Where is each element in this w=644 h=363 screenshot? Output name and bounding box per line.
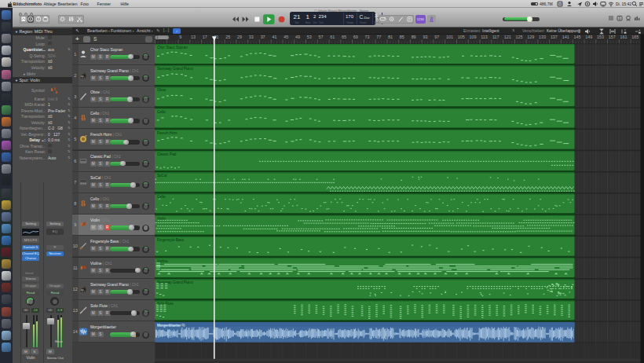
svg-text:9: 9 xyxy=(179,35,181,39)
svg-text:101: 101 xyxy=(446,35,453,39)
svg-text:29: 29 xyxy=(237,35,242,39)
svg-text:153: 153 xyxy=(597,35,604,39)
svg-text:?: ? xyxy=(37,17,39,21)
svg-text:77: 77 xyxy=(376,35,381,39)
svg-text:137: 137 xyxy=(551,35,558,39)
svg-text:149: 149 xyxy=(585,35,592,39)
svg-text:Chor Stacc Sopran: Chor Stacc Sopran xyxy=(157,46,188,50)
svg-text:113: 113 xyxy=(481,35,488,39)
svg-text:33: 33 xyxy=(249,35,254,39)
svg-text:105: 105 xyxy=(458,35,465,39)
svg-text:165: 165 xyxy=(631,35,639,39)
svg-text:145: 145 xyxy=(573,35,580,39)
svg-text:125: 125 xyxy=(516,35,523,39)
svg-text:13: 13 xyxy=(191,35,196,39)
svg-text:141: 141 xyxy=(562,35,569,39)
svg-text:81: 81 xyxy=(388,35,393,39)
svg-text:Violine: Violine xyxy=(157,259,168,263)
svg-text:Cello: Cello xyxy=(157,110,166,114)
svg-text:Classic Pad: Classic Pad xyxy=(157,152,177,156)
svg-text:45: 45 xyxy=(284,35,288,39)
svg-text:93: 93 xyxy=(423,35,427,39)
svg-text:41: 41 xyxy=(272,35,276,39)
svg-text:85: 85 xyxy=(400,35,404,39)
svg-text:SoCal: SoCal xyxy=(157,174,167,178)
svg-text:Morgenblaetter ①: Morgenblaetter ① xyxy=(157,323,185,327)
svg-text:M: M xyxy=(558,2,562,6)
svg-text:161: 161 xyxy=(620,35,628,39)
svg-text:Oboe: Oboe xyxy=(157,88,166,92)
svg-text:61: 61 xyxy=(330,35,335,39)
svg-text:French Horn: French Horn xyxy=(157,131,177,135)
svg-text:17: 17 xyxy=(203,35,207,39)
svg-text:57: 57 xyxy=(318,35,323,39)
svg-text:49: 49 xyxy=(295,35,300,39)
svg-text:Violin: Violin xyxy=(157,217,166,221)
svg-text:Steinway Grand Piano: Steinway Grand Piano xyxy=(157,67,193,71)
svg-text:133: 133 xyxy=(539,35,546,39)
svg-text:129: 129 xyxy=(527,35,534,39)
svg-text:1: 1 xyxy=(156,35,159,39)
svg-text:157: 157 xyxy=(609,35,616,39)
svg-text:Cello: Cello xyxy=(157,195,166,199)
svg-text:53: 53 xyxy=(307,35,312,39)
svg-text:69: 69 xyxy=(353,35,358,39)
svg-text:89: 89 xyxy=(412,35,416,39)
svg-text:117: 117 xyxy=(492,35,499,39)
svg-text:97: 97 xyxy=(434,35,439,39)
svg-text:Fingerstyle Bass: Fingerstyle Bass xyxy=(157,238,185,242)
svg-text:25: 25 xyxy=(225,35,230,39)
svg-text:37: 37 xyxy=(261,35,265,39)
svg-text:5: 5 xyxy=(167,35,170,39)
svg-text:65: 65 xyxy=(342,35,346,39)
svg-text:121: 121 xyxy=(504,35,511,39)
svg-text:73: 73 xyxy=(365,35,370,39)
svg-text:109: 109 xyxy=(469,35,476,39)
